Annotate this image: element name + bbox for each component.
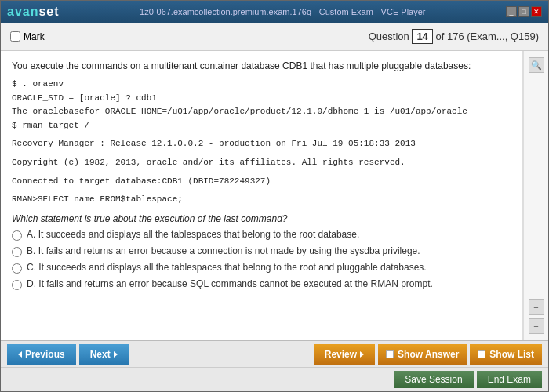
question-intro: You execute the commands on a multitenan… bbox=[12, 59, 511, 73]
code-block-3: Copyright (c) 1982, 2013, oracle and/or … bbox=[12, 156, 511, 170]
code-block-4: Connected to target database:CDB1 (DBID=… bbox=[12, 175, 511, 189]
save-session-label: Save Session bbox=[405, 374, 462, 385]
option-c: C. It succeeds and displays all the tabl… bbox=[12, 262, 511, 274]
option-d: D. It fails and returns an error because… bbox=[12, 278, 511, 290]
next-chevron-icon bbox=[114, 351, 118, 358]
question-number: 14 bbox=[412, 29, 432, 44]
question-total: of 176 (Exam..., Q159) bbox=[435, 31, 539, 42]
maximize-button[interactable]: □ bbox=[518, 6, 529, 17]
option-d-text: D. It fails and returns an error because… bbox=[27, 278, 433, 289]
toolbar-row-1: Previous Next Review Show Answer Show Li… bbox=[1, 341, 548, 368]
radio-d[interactable] bbox=[12, 280, 22, 290]
code-line-1: $ . oraenv bbox=[12, 78, 511, 92]
next-label: Next bbox=[90, 349, 111, 360]
title-bar: avanset 1z0-067.examcollection.premium.e… bbox=[1, 1, 548, 23]
search-icon[interactable]: 🔍 bbox=[529, 57, 544, 73]
option-b-text: B. It fails and returns an error because… bbox=[27, 245, 420, 256]
radio-b[interactable] bbox=[12, 247, 22, 257]
show-answer-label: Show Answer bbox=[398, 349, 459, 360]
end-exam-button[interactable]: End Exam bbox=[477, 371, 542, 388]
code-line-8: RMAN>SELECT name FROM$tablespace; bbox=[12, 193, 511, 207]
question-header: Mark Question 14 of 176 (Exam..., Q159) bbox=[1, 23, 548, 51]
radio-c[interactable] bbox=[12, 263, 22, 274]
review-arrow-icon bbox=[360, 351, 364, 358]
code-line-7: Connected to target database:CDB1 (DBID=… bbox=[12, 175, 511, 189]
prev-chevron-icon bbox=[18, 351, 22, 358]
code-line-4: $ rman target / bbox=[12, 119, 511, 133]
app-window: avanset 1z0-067.examcollection.premium.e… bbox=[0, 0, 549, 392]
show-list-button[interactable]: Show List bbox=[470, 344, 542, 365]
previous-label: Previous bbox=[25, 349, 65, 360]
question-info: Question 14 of 176 (Exam..., Q159) bbox=[369, 29, 539, 44]
radio-a[interactable] bbox=[12, 230, 22, 241]
title-bar-left: avanset bbox=[7, 5, 60, 19]
app-logo: avanset bbox=[7, 5, 60, 19]
review-button[interactable]: Review bbox=[314, 344, 375, 365]
option-a: A. It succeeds and displays all the tabl… bbox=[12, 229, 511, 241]
show-list-label: Show List bbox=[489, 349, 534, 360]
code-block: $ . oraenv ORACLE_SID = [oracle] ? cdb1 … bbox=[12, 78, 511, 132]
zoom-out-icon[interactable]: − bbox=[529, 318, 544, 334]
option-c-text: C. It succeeds and displays all the tabl… bbox=[27, 262, 427, 273]
question-label: Question bbox=[369, 31, 409, 42]
mark-checkbox[interactable] bbox=[10, 31, 20, 42]
show-answer-button[interactable]: Show Answer bbox=[378, 344, 467, 365]
code-block-2: Recovery Manager : Release 12.1.0.0.2 - … bbox=[12, 137, 511, 151]
option-b: B. It fails and returns an error because… bbox=[12, 245, 511, 257]
show-list-square-icon bbox=[478, 350, 485, 358]
mark-container: Mark bbox=[10, 31, 45, 42]
right-sidebar: 🔍 + − bbox=[523, 51, 548, 340]
previous-button[interactable]: Previous bbox=[7, 344, 76, 365]
close-button[interactable]: ✕ bbox=[531, 6, 542, 17]
toolbar-row-2: Save Session End Exam bbox=[1, 368, 548, 391]
save-session-button[interactable]: Save Session bbox=[394, 371, 473, 388]
which-statement: Which statement is true about the execut… bbox=[12, 213, 511, 224]
question-area: You execute the commands on a multitenan… bbox=[1, 51, 523, 340]
window-title: 1z0-067.examcollection.premium.exam.176q… bbox=[60, 7, 506, 16]
minimize-button[interactable]: _ bbox=[506, 6, 517, 17]
next-button[interactable]: Next bbox=[79, 344, 129, 365]
code-line-5: Recovery Manager : Release 12.1.0.0.2 - … bbox=[12, 137, 511, 151]
code-block-5: RMAN>SELECT name FROM$tablespace; bbox=[12, 193, 511, 207]
mark-label: Mark bbox=[24, 31, 45, 42]
show-answer-square-icon bbox=[386, 350, 394, 358]
end-exam-label: End Exam bbox=[488, 374, 531, 385]
bottom-toolbar: Previous Next Review Show Answer Show Li… bbox=[1, 340, 548, 391]
option-a-text: A. It succeeds and displays all the tabl… bbox=[27, 229, 359, 240]
zoom-in-icon[interactable]: + bbox=[529, 299, 544, 315]
code-line-2: ORACLE_SID = [oracle] ? cdb1 bbox=[12, 92, 511, 106]
code-line-6: Copyright (c) 1982, 2013, oracle and/or … bbox=[12, 156, 511, 170]
code-line-3: The oraclebasefor ORACLE_HOME=/u01/app/o… bbox=[12, 105, 511, 119]
review-label: Review bbox=[325, 349, 357, 360]
window-controls: _ □ ✕ bbox=[506, 6, 542, 17]
main-content: You execute the commands on a multitenan… bbox=[1, 51, 548, 340]
